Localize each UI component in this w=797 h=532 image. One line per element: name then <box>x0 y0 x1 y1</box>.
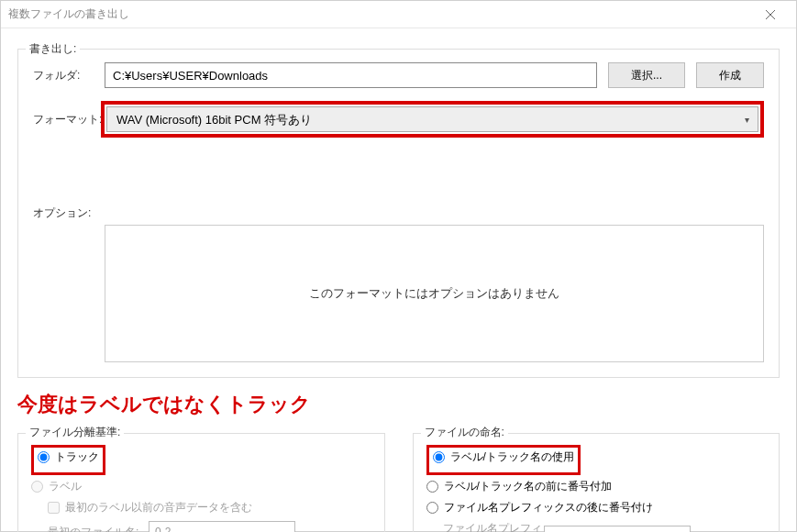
format-label: フォーマット: <box>33 112 105 127</box>
radio-label-input[interactable] <box>31 481 43 493</box>
options-panel: このフォーマットにはオプションはありません <box>105 225 764 362</box>
format-select[interactable]: WAV (Microsoft) 16bit PCM 符号あり <box>106 106 758 132</box>
radio-label[interactable]: ラベル <box>31 479 371 494</box>
radio-number-before[interactable]: ラベル/トラック名の前に番号付加 <box>426 479 767 494</box>
format-highlight: WAV (Microsoft) 16bit PCM 符号あり ▾ <box>101 101 764 138</box>
radio-use-input[interactable] <box>433 451 445 463</box>
options-text: このフォーマットにはオプションはありません <box>309 285 559 302</box>
naming-fieldset: ファイルの命名: ラベル/トラック名の使用 ラベル/トラック名の前に番号付加 フ… <box>413 433 780 532</box>
first-file-label: 最初のファイル名: <box>48 525 149 533</box>
radio-use-name[interactable]: ラベル/トラック名の使用 <box>433 449 574 465</box>
check-include-input <box>48 502 60 514</box>
close-button[interactable] <box>752 1 789 28</box>
export-group: 書き出し: フォルダ: 選択... 作成 フォーマット: WAV (Micros… <box>17 49 780 378</box>
radio-track-input[interactable] <box>38 451 50 463</box>
titlebar: 複数ファイルの書き出し <box>1 1 796 28</box>
check-include-prior: 最初のラベル以前の音声データを含む <box>48 500 371 515</box>
split-legend: ファイル分離基準: <box>26 425 124 440</box>
naming-legend: ファイルの命名: <box>421 425 508 440</box>
split-fieldset: ファイル分離基準: トラック ラベル 最初のラベル以前の音声データを含む 最 <box>17 433 385 532</box>
folder-input[interactable] <box>105 62 597 88</box>
option-label: オプション: <box>33 205 105 221</box>
first-file-input <box>149 521 295 532</box>
naming-use-highlight: ラベル/トラック名の使用 <box>426 445 581 475</box>
select-folder-button[interactable]: 選択... <box>608 62 685 88</box>
radio-number-after[interactable]: ファイル名プレフィックスの後に番号付け <box>426 500 767 515</box>
close-icon <box>766 10 775 19</box>
radio-before-input[interactable] <box>426 481 438 493</box>
radio-track[interactable]: トラック <box>38 449 99 465</box>
track-highlight: トラック <box>31 445 105 475</box>
export-legend: 書き出し: <box>26 41 80 57</box>
prefix-label: ファイル名プレフィックス: <box>443 521 544 532</box>
annotation-text: 今度はラベルではなくトラック <box>17 391 780 418</box>
radio-after-input[interactable] <box>426 502 438 514</box>
prefix-input <box>544 526 691 532</box>
window-title: 複数ファイルの書き出し <box>8 6 752 22</box>
create-folder-button[interactable]: 作成 <box>696 62 764 88</box>
folder-label: フォルダ: <box>33 68 105 83</box>
